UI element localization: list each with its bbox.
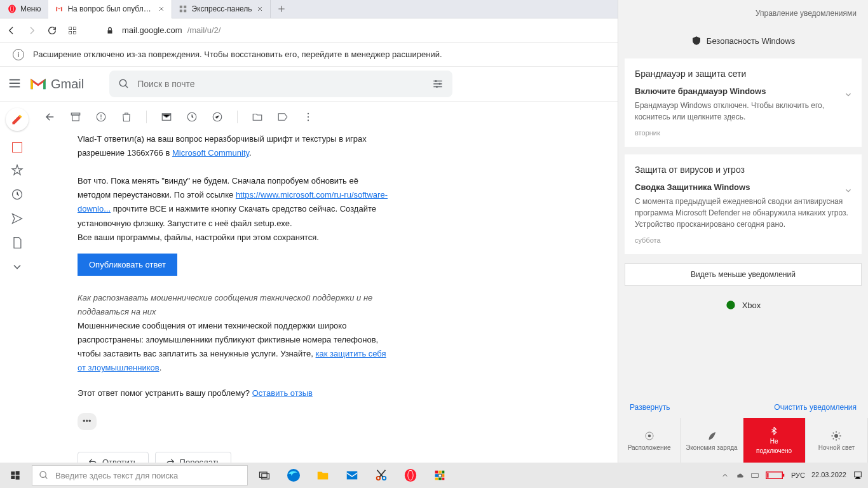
reload-button[interactable] [46,24,58,37]
gmail-logo[interactable]: Gmail [29,77,84,92]
mail-icon[interactable] [161,111,172,123]
tab-speeddial[interactable]: Экспресс-панель [172,0,270,18]
tune-icon[interactable] [432,78,444,90]
forward-button[interactable]: Переслать [155,452,232,463]
more-icon[interactable] [302,111,314,123]
delete-icon[interactable] [121,111,132,123]
leaf-icon [706,430,717,442]
file-icon[interactable] [11,236,24,249]
pinboard-icon[interactable] [12,142,22,152]
address-domain: mail.google.com [122,25,182,35]
notification-card-firewall[interactable]: Брандмауэр и защита сети Включите брандм… [625,58,862,147]
task-icon[interactable] [212,111,223,123]
expand-trimmed-button[interactable]: ••• [78,413,97,430]
windows-icon [10,470,20,480]
chevron-down-icon[interactable] [11,261,24,273]
tray-lang[interactable]: РУС [791,471,805,479]
menu-button[interactable] [8,76,23,92]
forward-button[interactable] [25,24,38,37]
snooze-icon[interactable] [186,111,198,123]
tab-title: На вопрос был опублико [67,4,154,13]
back-arrow-icon[interactable] [44,111,56,123]
taskbar-snip[interactable] [367,463,395,488]
taskbar-explorer[interactable] [309,463,337,488]
action-center: Управление уведомлениями Безопасность Wi… [618,0,868,463]
taskbar-opera[interactable] [397,463,424,488]
taskbar: Введите здесь текст для поиска РУС 22.03… [0,463,868,488]
svg-point-2 [11,6,14,11]
see-less-button[interactable]: Видеть меньше уведомлений [625,263,862,286]
search-placeholder: Введите здесь текст для поиска [55,471,178,480]
opera-icon [403,468,417,482]
snip-icon [374,468,388,482]
gmail-m-icon [29,77,47,91]
tab-gmail[interactable]: На вопрос был опублико [48,0,172,18]
svg-point-15 [436,86,438,88]
feedback-link[interactable]: Оставить отзыв [252,388,313,398]
expand-link[interactable]: Развернуть [630,403,670,412]
qa-battery-saver[interactable]: Экономия заряда [681,418,743,463]
compose-button[interactable] [6,108,29,131]
move-icon[interactable] [252,111,263,123]
apps-button[interactable] [66,24,79,37]
search-input[interactable] [137,79,424,89]
card-title: Брандмауэр и защита сети [635,69,851,79]
info-icon: i [13,49,24,60]
feedback-question: Этот ответ помог устранить вашу проблему… [78,388,252,398]
keyboard-icon[interactable] [750,471,759,480]
taskbar-mail[interactable] [338,463,366,488]
opera-logo-icon [8,4,17,13]
svg-rect-53 [752,474,759,478]
svg-point-23 [308,113,309,114]
qa-bluetooth[interactable]: Не подключено [743,418,806,463]
clear-link[interactable]: Очистить уведомления [774,403,857,412]
archive-icon[interactable] [70,111,81,123]
chevron-down-icon[interactable] [844,186,853,195]
svg-rect-4 [184,6,187,8]
start-button[interactable] [0,463,31,488]
send-icon[interactable] [11,212,24,225]
svg-rect-49 [442,474,445,477]
svg-rect-44 [435,471,438,474]
taskview-icon [258,469,271,482]
clock-icon[interactable] [11,188,24,201]
close-icon[interactable] [256,5,264,13]
qa-location[interactable]: Расположение [618,418,681,463]
tray-date[interactable]: 22.03.2022 [811,471,846,479]
grid-icon [179,4,187,13]
svg-rect-45 [438,471,442,474]
taskbar-search[interactable]: Введите здесь текст для поиска [32,465,248,485]
battery-icon[interactable] [766,471,785,479]
onedrive-icon[interactable] [735,471,744,480]
reply-button[interactable]: Ответить [78,452,149,463]
notification-icon[interactable] [853,470,863,480]
taskbar-edge[interactable] [280,463,308,488]
new-tab-button[interactable] [271,4,292,13]
label-icon[interactable] [277,111,288,123]
svg-rect-35 [260,472,268,477]
forward-icon [166,458,175,463]
search-box[interactable] [109,71,452,97]
gmail-icon [55,4,64,13]
publish-answer-button[interactable]: Опубликовать ответ [78,254,177,276]
mail-icon [345,468,359,482]
qa-night-light[interactable]: Ночной свет [806,418,868,463]
address-path: /mail/u/2/ [187,25,221,35]
star-icon[interactable] [11,164,24,177]
spam-icon[interactable] [95,111,107,123]
notification-card-defender[interactable]: Защита от вирусов и угроз Сводка Защитни… [625,154,862,254]
security-title: Безопасность Windows [707,36,795,46]
manage-notifications-link[interactable]: Управление уведомлениями [618,0,868,27]
svg-rect-3 [180,6,182,8]
close-icon[interactable] [158,5,165,13]
taskbar-rubik[interactable] [426,463,454,488]
back-button[interactable] [5,24,18,37]
card-body: С момента предыдущей ежедневной сводки а… [635,196,851,230]
svg-rect-31 [16,471,20,475]
task-view-button[interactable] [250,463,278,488]
community-link[interactable]: Microsoft Community [172,148,249,158]
card-subtitle: Сводка Защитника Windows [635,182,851,192]
chevron-down-icon[interactable] [844,90,853,99]
chevron-up-icon[interactable] [721,471,729,479]
opera-menu-button[interactable]: Меню [0,0,48,18]
